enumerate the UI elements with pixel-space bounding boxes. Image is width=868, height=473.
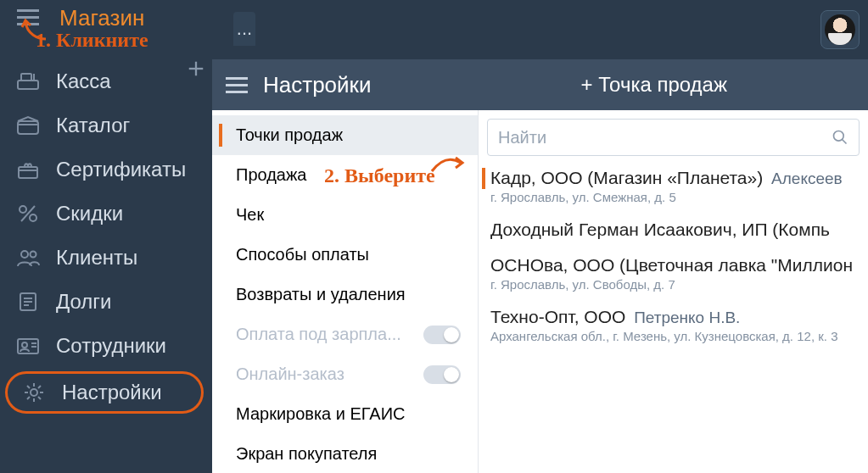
sidebar-item-label: Скидки: [56, 202, 123, 225]
settings-panel: Настройки + Точка продаж Точки продаж Пр…: [212, 59, 868, 473]
avatar[interactable]: [820, 10, 860, 49]
submenu-receipt[interactable]: Чек: [212, 195, 478, 235]
row-title: Доходный Герман Исаакович, ИП (Компь: [490, 220, 830, 239]
submenu-label: Продажа: [236, 165, 306, 185]
sidebar-item-label: Клиенты: [56, 246, 137, 270]
row-subtitle: Архангельская обл., г. Мезень, ул. Кузне…: [490, 329, 856, 343]
sidebar-item-cash[interactable]: Касса: [0, 59, 212, 103]
percent-icon: [15, 202, 41, 225]
topbar: Магазин ...: [0, 0, 868, 58]
sidebar-item-employees[interactable]: Сотрудники: [0, 324, 212, 368]
row-title: ОСНОва, ООО (Цветочная лавка "Миллион: [490, 255, 853, 275]
plus-icon[interactable]: [187, 59, 205, 78]
sidebar-item-debts[interactable]: Долги: [0, 280, 212, 324]
submenu-salary-pay[interactable]: Оплата под зарпла...: [212, 314, 478, 354]
submenu-label: Способы оплаты: [236, 245, 369, 264]
panel-title: Настройки: [263, 72, 372, 98]
submenu-marking[interactable]: Маркировка и ЕГАИС: [212, 394, 478, 434]
submenu-online-order[interactable]: Онлайн-заказ: [212, 354, 478, 394]
row-title: Техно-Опт, ООО: [490, 307, 625, 326]
svg-point-11: [21, 251, 28, 258]
people-icon: [15, 246, 41, 270]
sidebar-item-label: Сертификаты: [56, 158, 186, 181]
submenu-label: Чек: [236, 205, 264, 225]
svg-point-8: [20, 206, 26, 213]
cash-register-icon: [15, 70, 41, 93]
settings-submenu: Точки продаж Продажа Чек Способы оплаты …: [212, 110, 479, 473]
box-icon: [15, 114, 41, 137]
gear-icon: [21, 381, 47, 404]
panel-header: Настройки + Точка продаж: [212, 59, 868, 110]
sidebar-item-label: Каталог: [56, 114, 130, 137]
submenu-label: Точки продаж: [236, 125, 343, 145]
submenu-payment-methods[interactable]: Способы оплаты: [212, 235, 478, 275]
sidebar-item-certificates[interactable]: Сертификаты: [0, 147, 212, 192]
svg-rect-3: [21, 74, 31, 81]
submenu-label: Маркировка и ЕГАИС: [236, 404, 406, 424]
id-icon: [15, 334, 41, 358]
svg-rect-5: [18, 121, 38, 134]
submenu-label: Возвраты и удаления: [236, 285, 406, 304]
svg-point-18: [22, 342, 27, 348]
list-item[interactable]: ОСНОва, ООО (Цветочная лавка "Миллион г.…: [479, 248, 868, 300]
sidebar-item-label: Настройки: [62, 381, 162, 404]
row-secondary: Петренко Н.В.: [634, 309, 740, 326]
sidebar: Касса Каталог Сертификаты Скидки Клиенты…: [0, 51, 212, 473]
menu-icon[interactable]: [17, 5, 41, 29]
toggle-icon[interactable]: [423, 365, 461, 384]
search-box[interactable]: [487, 119, 860, 156]
sidebar-item-clients[interactable]: Клиенты: [0, 236, 212, 280]
svg-point-21: [31, 389, 37, 396]
sidebar-item-settings[interactable]: Настройки: [5, 371, 204, 414]
svg-point-9: [30, 214, 36, 221]
row-secondary: Алексеев: [771, 170, 843, 187]
receipt-icon: [15, 290, 41, 314]
overflow-tab[interactable]: ...: [233, 12, 255, 46]
svg-point-22: [834, 131, 844, 142]
list-item[interactable]: Кадр, ООО (Магазин «Планета») Алексеев г…: [479, 161, 868, 213]
points-list: Кадр, ООО (Магазин «Планета») Алексеев г…: [479, 110, 868, 473]
svg-line-23: [843, 140, 847, 144]
submenu-sale[interactable]: Продажа: [212, 155, 478, 195]
sidebar-item-label: Долги: [56, 290, 112, 314]
search-input[interactable]: [498, 128, 825, 147]
submenu-label: Онлайн-заказ: [236, 364, 344, 384]
gift-icon: [15, 158, 41, 181]
svg-rect-2: [18, 81, 38, 89]
submenu-label: Оплата под зарпла...: [236, 325, 401, 344]
submenu-returns[interactable]: Возвраты и удаления: [212, 275, 478, 314]
submenu-label: Экран покупателя: [236, 444, 377, 464]
svg-point-12: [31, 252, 36, 258]
svg-rect-6: [19, 167, 37, 178]
list-item[interactable]: Техно-Опт, ООО Петренко Н.В. Архангельск…: [479, 300, 868, 352]
shop-label[interactable]: Магазин: [59, 5, 144, 31]
toggle-icon[interactable]: [423, 326, 461, 344]
sidebar-item-catalog[interactable]: Каталог: [0, 103, 212, 147]
submenu-customer-screen[interactable]: Экран покупателя: [212, 434, 478, 473]
row-title: Кадр, ООО (Магазин «Планета»): [490, 168, 763, 187]
submenu-points[interactable]: Точки продаж: [212, 115, 478, 155]
sidebar-item-label: Касса: [56, 70, 111, 93]
sidebar-item-discounts[interactable]: Скидки: [0, 192, 212, 236]
search-icon[interactable]: [832, 129, 848, 146]
svg-line-10: [21, 206, 35, 221]
menu-icon[interactable]: [226, 73, 248, 97]
row-subtitle: г. Ярославль, ул. Свободы, д. 7: [490, 277, 856, 292]
add-point-button[interactable]: + Точка продаж: [581, 73, 727, 97]
sidebar-item-label: Сотрудники: [56, 334, 166, 358]
row-subtitle: г. Ярославль, ул. Смежная, д. 5: [490, 190, 856, 204]
list-item[interactable]: Доходный Герман Исаакович, ИП (Компь: [479, 213, 868, 248]
